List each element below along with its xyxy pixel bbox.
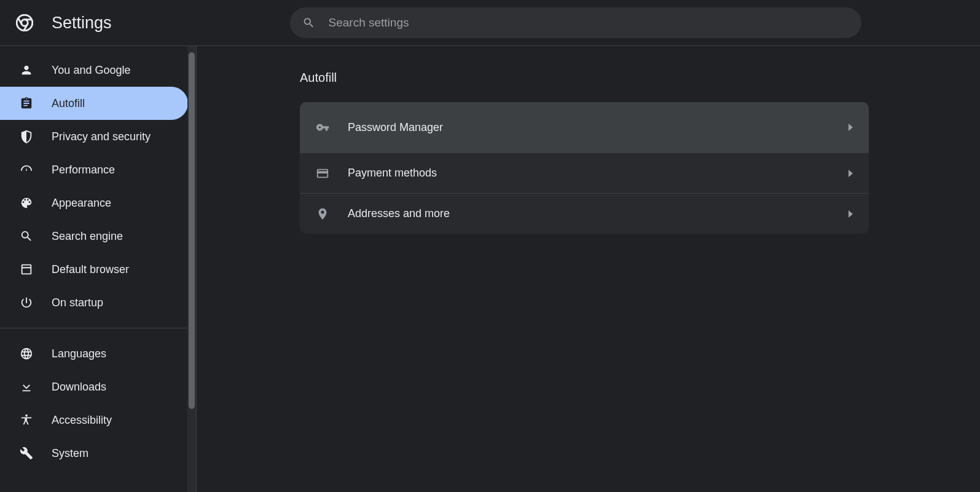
page-title: Settings bbox=[52, 14, 112, 33]
search-box[interactable] bbox=[290, 7, 861, 38]
chevron-right-icon bbox=[849, 210, 853, 218]
main-content: Autofill Password Manager Payment method… bbox=[197, 46, 980, 492]
power-icon bbox=[20, 296, 33, 309]
sidebar-item-label: Default browser bbox=[52, 263, 129, 276]
row-addresses[interactable]: Addresses and more bbox=[300, 193, 869, 234]
sidebar-item-label: Accessibility bbox=[52, 414, 112, 427]
assignment-icon bbox=[20, 97, 33, 110]
search-icon bbox=[302, 16, 315, 30]
key-icon bbox=[316, 121, 329, 134]
sidebar-item-accessibility[interactable]: Accessibility bbox=[0, 403, 188, 437]
chevron-right-icon bbox=[849, 124, 853, 131]
row-label: Addresses and more bbox=[348, 207, 849, 220]
sidebar-item-languages[interactable]: Languages bbox=[0, 337, 188, 370]
sidebar-item-default-browser[interactable]: Default browser bbox=[0, 253, 188, 286]
speedometer-icon bbox=[20, 163, 33, 177]
section-title: Autofill bbox=[300, 71, 980, 85]
autofill-card: Password Manager Payment methods Address… bbox=[300, 102, 869, 234]
sidebar-item-label: On startup bbox=[52, 296, 103, 309]
sidebar-item-downloads[interactable]: Downloads bbox=[0, 370, 188, 403]
row-payment-methods[interactable]: Payment methods bbox=[300, 153, 869, 193]
sidebar-divider bbox=[0, 328, 188, 328]
sidebar-item-system[interactable]: System bbox=[0, 437, 188, 470]
sidebar-item-label: You and Google bbox=[52, 64, 130, 77]
search-icon bbox=[20, 229, 33, 243]
sidebar-item-label: Languages bbox=[52, 347, 106, 360]
row-password-manager[interactable]: Password Manager bbox=[300, 102, 869, 153]
chevron-right-icon bbox=[849, 170, 853, 177]
sidebar-item-label: System bbox=[52, 447, 88, 460]
sidebar-item-appearance[interactable]: Appearance bbox=[0, 186, 188, 220]
person-icon bbox=[20, 63, 33, 77]
row-label: Password Manager bbox=[348, 121, 849, 134]
wrench-icon bbox=[20, 446, 33, 460]
sidebar-item-privacy-security[interactable]: Privacy and security bbox=[0, 120, 188, 153]
sidebar-item-label: Downloads bbox=[52, 381, 106, 394]
browser-icon bbox=[20, 263, 33, 276]
row-label: Payment methods bbox=[348, 167, 849, 180]
palette-icon bbox=[20, 196, 33, 210]
sidebar-item-label: Appearance bbox=[52, 197, 111, 210]
sidebar-item-search-engine[interactable]: Search engine bbox=[0, 220, 188, 253]
sidebar-item-label: Autofill bbox=[52, 97, 85, 110]
sidebar-item-performance[interactable]: Performance bbox=[0, 153, 188, 186]
accessibility-icon bbox=[20, 413, 33, 427]
sidebar-item-label: Performance bbox=[52, 164, 115, 177]
card-icon bbox=[316, 167, 329, 180]
sidebar: You and Google Autofill Privacy and secu… bbox=[0, 46, 197, 492]
sidebar-item-you-and-google[interactable]: You and Google bbox=[0, 54, 188, 87]
sidebar-item-label: Privacy and security bbox=[52, 130, 151, 143]
sidebar-item-label: Search engine bbox=[52, 230, 123, 243]
sidebar-item-on-startup[interactable]: On startup bbox=[0, 286, 188, 319]
sidebar-item-autofill[interactable]: Autofill bbox=[0, 87, 188, 120]
shield-icon bbox=[20, 130, 33, 143]
scrollbar-thumb[interactable] bbox=[189, 52, 195, 409]
download-icon bbox=[20, 380, 33, 394]
search-input[interactable] bbox=[329, 16, 849, 30]
location-icon bbox=[316, 207, 329, 221]
chrome-logo-icon bbox=[16, 14, 33, 31]
header: Settings bbox=[0, 0, 980, 46]
globe-icon bbox=[20, 347, 33, 360]
